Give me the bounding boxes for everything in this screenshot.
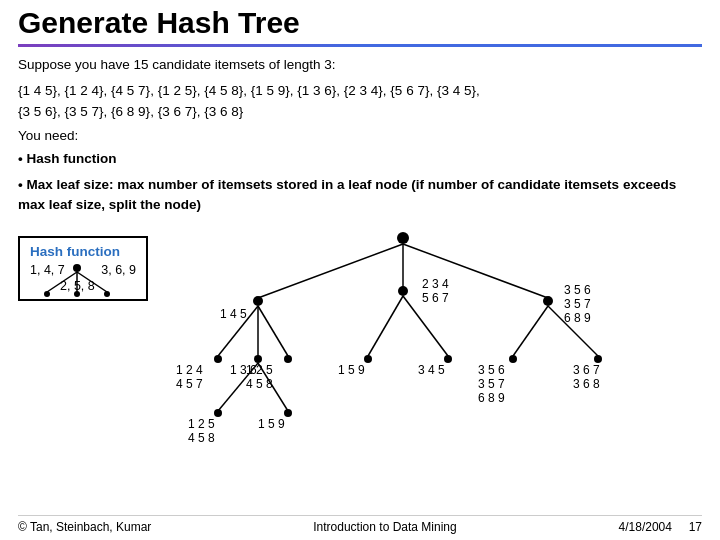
- svg-text:1 2 5: 1 2 5: [188, 417, 215, 431]
- svg-text:3 5 6: 3 5 6: [564, 283, 591, 297]
- svg-line-1: [47, 272, 77, 292]
- tree-svg: 2 3 4 5 6 7 3 5 6 3 5 7 6 8 9 1 4 5: [158, 226, 648, 446]
- svg-point-22: [214, 355, 222, 363]
- svg-point-37: [594, 355, 602, 363]
- footer-copyright: © Tan, Steinbach, Kumar: [18, 520, 151, 534]
- svg-text:3 6 8: 3 6 8: [573, 377, 600, 391]
- svg-point-4: [44, 291, 50, 297]
- svg-point-13: [543, 296, 553, 306]
- svg-text:1 2 4: 1 2 4: [176, 363, 203, 377]
- svg-text:4 5 7: 4 5 7: [176, 377, 203, 391]
- you-need-label: You need:: [18, 128, 702, 143]
- svg-text:3 5 7: 3 5 7: [478, 377, 505, 391]
- footer-course: Introduction to Data Mining: [313, 520, 456, 534]
- svg-text:3 4 5: 3 4 5: [418, 363, 445, 377]
- svg-line-34: [513, 306, 548, 356]
- svg-line-8: [258, 244, 403, 298]
- svg-point-31: [444, 355, 452, 363]
- svg-point-11: [253, 296, 263, 306]
- svg-text:4 5 8: 4 5 8: [246, 377, 273, 391]
- svg-text:2 3 4: 2 3 4: [422, 277, 449, 291]
- svg-point-12: [398, 286, 408, 296]
- svg-line-29: [403, 296, 448, 356]
- svg-point-0: [73, 264, 81, 272]
- hash-function-box: Hash function 1, 4, 7 3, 6, 9 2, 5, 8: [18, 236, 148, 301]
- intro-suppose: Suppose you have 15 candidate itemsets o…: [18, 55, 702, 75]
- bullet-max-leaf: • Max leaf size: max number of itemsets …: [18, 175, 702, 216]
- svg-point-44: [254, 355, 262, 363]
- hash-function-title: Hash function: [30, 244, 136, 259]
- svg-text:6 8 9: 6 8 9: [478, 391, 505, 405]
- svg-text:3 5 7: 3 5 7: [564, 297, 591, 311]
- svg-line-28: [368, 296, 403, 356]
- svg-text:6 8 9: 6 8 9: [564, 311, 591, 325]
- svg-point-7: [397, 232, 409, 244]
- title-divider: [18, 44, 702, 47]
- footer: © Tan, Steinbach, Kumar Introduction to …: [18, 515, 702, 534]
- svg-line-21: [258, 306, 288, 356]
- svg-point-6: [104, 291, 110, 297]
- svg-text:1 4 5: 1 4 5: [220, 307, 247, 321]
- svg-text:5 6 7: 5 6 7: [422, 291, 449, 305]
- svg-text:1 5 9: 1 5 9: [338, 363, 365, 377]
- main-content: Suppose you have 15 candidate itemsets o…: [18, 55, 702, 511]
- bullet-hash-function: • Hash function: [18, 149, 702, 169]
- svg-text:3 5 6: 3 5 6: [478, 363, 505, 377]
- svg-text:3 6 7: 3 6 7: [573, 363, 600, 377]
- hash-tree-diagram: 2 3 4 5 6 7 3 5 6 3 5 7 6 8 9 1 4 5: [148, 226, 702, 446]
- svg-point-49: [284, 409, 292, 417]
- svg-point-48: [214, 409, 222, 417]
- svg-point-30: [364, 355, 372, 363]
- svg-text:4 5 8: 4 5 8: [188, 431, 215, 445]
- svg-point-5: [74, 291, 80, 297]
- svg-line-2: [77, 272, 107, 292]
- hash-mini-tree: [25, 264, 145, 300]
- svg-text:1 5 9: 1 5 9: [258, 417, 285, 431]
- svg-point-23: [284, 355, 292, 363]
- page: Generate Hash Tree Suppose you have 15 c…: [0, 0, 720, 540]
- intro-itemsets: {1 4 5}, {1 2 4}, {4 5 7}, {1 2 5}, {4 5…: [18, 81, 702, 122]
- page-title: Generate Hash Tree: [18, 6, 702, 40]
- diagram-area: Hash function 1, 4, 7 3, 6, 9 2, 5, 8: [18, 226, 702, 512]
- footer-date-page: 4/18/2004 17: [619, 520, 702, 534]
- svg-point-36: [509, 355, 517, 363]
